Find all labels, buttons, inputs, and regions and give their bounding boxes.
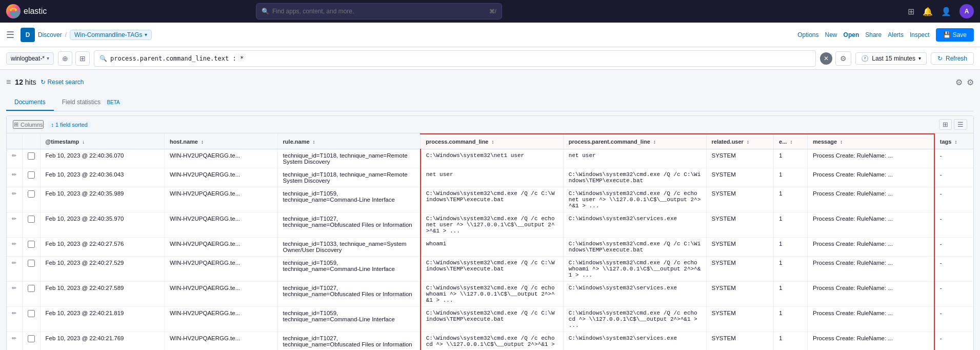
expand-row-button[interactable]: ✏	[12, 260, 16, 266]
sort-arrow-icon: ↕	[747, 139, 749, 145]
row-checkbox-cell[interactable]	[22, 307, 40, 332]
clear-query-button[interactable]: ✕	[820, 52, 832, 65]
time-range-picker[interactable]: 🕐 Last 15 minutes ▾	[855, 52, 927, 65]
row-checkbox[interactable]	[28, 285, 35, 292]
add-filter-button[interactable]: ⊕	[58, 51, 72, 66]
cell-tags: -	[934, 307, 973, 332]
options-button[interactable]: Options	[797, 31, 818, 38]
cell-tags: -	[934, 149, 973, 168]
col-header-related-user[interactable]: related.user ↕	[706, 134, 774, 149]
breadcrumb-dashboard-name[interactable]: Win-Commandline-TAGs ▾	[70, 30, 151, 40]
bell-icon[interactable]: 🔔	[923, 7, 933, 16]
new-button[interactable]: New	[825, 31, 837, 38]
cell-tags: -	[934, 257, 973, 282]
cell-host: WIN-HV2UPQAERGG.te...	[164, 212, 277, 238]
col-header-rule[interactable]: rule.name ↕	[277, 134, 421, 149]
row-checkbox[interactable]	[28, 190, 35, 198]
refresh-button[interactable]: ↻ Refresh	[931, 52, 974, 65]
col-header-e[interactable]: e... ↕	[774, 134, 808, 149]
col-header-process-cmd[interactable]: process.command_line ↕	[421, 134, 564, 149]
expand-row-button[interactable]: ✏	[12, 152, 16, 159]
cell-rule: technique_id=T1027, technique_name=Obfus…	[277, 282, 421, 307]
sort-indicator[interactable]: ↕ 1 field sorted	[48, 121, 91, 128]
row-checkbox-cell[interactable]	[22, 238, 40, 257]
sort-arrow-icon: ↕	[790, 139, 792, 145]
save-icon: 💾	[943, 31, 951, 38]
row-checkbox-cell[interactable]	[22, 168, 40, 187]
cell-host: WIN-HV2UPQAERGG.te...	[164, 187, 277, 212]
expand-row-button[interactable]: ✏	[12, 335, 16, 342]
avatar[interactable]: A	[959, 4, 974, 18]
cell-related-user: SYSTEM	[706, 238, 774, 257]
share-button[interactable]: Share	[865, 31, 882, 38]
elastic-logo[interactable]: elastic	[6, 4, 47, 18]
cell-timestamp: Feb 10, 2023 @ 22:40:27.576	[40, 238, 164, 257]
inspect-button[interactable]: Inspect	[910, 31, 930, 38]
columns-button[interactable]: ⊞ Columns	[13, 120, 44, 129]
breadcrumb-discover[interactable]: Discover	[38, 31, 62, 38]
alerts-button[interactable]: Alerts	[888, 31, 904, 38]
row-checkbox[interactable]	[28, 171, 35, 179]
cell-timestamp: Feb 10, 2023 @ 22:40:21.769	[40, 332, 164, 351]
row-view-button[interactable]: ☰	[954, 119, 967, 130]
row-checkbox[interactable]	[28, 310, 35, 317]
query-settings-button[interactable]: ⚙	[835, 51, 851, 66]
cell-timestamp: Feb 10, 2023 @ 22:40:36.070	[40, 149, 164, 168]
cell-message: Process Create: RuleName: ...	[808, 257, 934, 282]
cell-message: Process Create: RuleName: ...	[808, 332, 934, 351]
col-header-host[interactable]: host.name ↕	[164, 134, 277, 149]
cell-tags: -	[934, 212, 973, 238]
query-input[interactable]	[110, 55, 810, 62]
row-checkbox[interactable]	[28, 241, 35, 248]
grid-view-button[interactable]: ⊞	[939, 119, 952, 130]
query-input-area[interactable]: 🔍	[94, 50, 816, 67]
col-header-message[interactable]: message ↕	[808, 134, 934, 149]
col-header-timestamp[interactable]: @timestamp ↓	[40, 134, 164, 149]
cell-message: Process Create: RuleName: ...	[808, 212, 934, 238]
row-expand-cell: ✏	[7, 187, 22, 212]
expand-row-button[interactable]: ✏	[12, 216, 16, 222]
row-checkbox-cell[interactable]	[22, 282, 40, 307]
cell-e: 1	[774, 187, 808, 212]
open-button[interactable]: Open	[844, 31, 859, 38]
row-checkbox[interactable]	[28, 260, 35, 267]
reset-search-button[interactable]: ↻ Reset search	[41, 79, 84, 86]
display-options-icon[interactable]: ⚙	[955, 77, 963, 87]
cell-e: 1	[774, 238, 808, 257]
row-checkbox-cell[interactable]	[22, 212, 40, 238]
index-selector[interactable]: winlogbeat-* ▾	[6, 52, 54, 65]
add-field-button[interactable]: ⊞	[75, 51, 90, 66]
col-header-parent-cmd[interactable]: process.parent.command_line ↕	[563, 134, 706, 149]
tab-documents[interactable]: Documents	[6, 94, 54, 111]
cell-tags: -	[934, 332, 973, 351]
row-checkbox[interactable]	[28, 335, 35, 342]
cell-related-user: SYSTEM	[706, 187, 774, 212]
query-icons: ⊕ ⊞	[58, 51, 90, 66]
expand-row-button[interactable]: ✏	[12, 310, 16, 317]
expand-row-button[interactable]: ✏	[12, 285, 16, 291]
expand-row-button[interactable]: ✏	[12, 190, 16, 197]
expand-row-button[interactable]: ✏	[12, 241, 16, 247]
row-checkbox[interactable]	[28, 152, 35, 160]
row-checkbox-cell[interactable]	[22, 257, 40, 282]
table-row: ✏ Feb 10, 2023 @ 22:40:36.070 WIN-HV2UPQ…	[7, 149, 973, 168]
global-search-input[interactable]	[272, 8, 486, 15]
expand-row-button[interactable]: ✏	[12, 171, 16, 178]
cell-host: WIN-HV2UPQAERGG.te...	[164, 238, 277, 257]
tab-field-statistics[interactable]: Field statistics BETA	[54, 94, 131, 111]
sidebar-toggle[interactable]: ≡	[6, 77, 11, 87]
share-network-icon[interactable]: ⊞	[908, 7, 914, 16]
row-checkbox[interactable]	[28, 216, 35, 223]
row-checkbox-cell[interactable]	[22, 149, 40, 168]
hamburger-menu[interactable]: ☰	[6, 29, 14, 41]
chart-toggle-icon[interactable]: ⚙	[967, 77, 974, 87]
col-header-tags[interactable]: tags ↕	[934, 134, 973, 149]
row-checkbox-cell[interactable]	[22, 187, 40, 212]
cell-parent-cmd: C:\Windows\system32\services.exe	[563, 212, 706, 238]
save-button[interactable]: 💾 Save	[936, 28, 974, 42]
global-search-bar[interactable]: 🔍 ⌘/	[256, 3, 502, 20]
row-checkbox-cell[interactable]	[22, 332, 40, 351]
sort-arrow-icon: ↕	[653, 139, 656, 145]
user-icon[interactable]: 👤	[941, 7, 951, 16]
cell-rule: technique_id=T1018, technique_name=Remot…	[277, 168, 421, 187]
